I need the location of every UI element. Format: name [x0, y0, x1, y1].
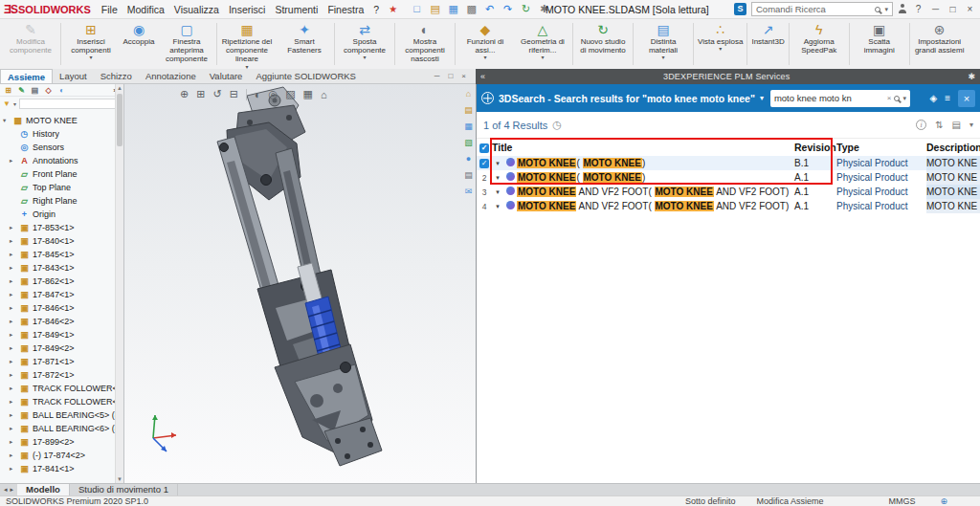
- undo-icon[interactable]: ↶: [482, 0, 497, 18]
- scroll-up-icon[interactable]: ▲: [116, 85, 123, 91]
- result-row-4[interactable]: 4▾MOTO KNEE AND VF2 FOOT( MOTO KNEE AND …: [477, 199, 980, 213]
- tree-item-track-follower-2[interactable]: ▸▣TRACK FOLLOWER<2>: [0, 395, 115, 408]
- tab-schizzo[interactable]: Schizzo: [94, 69, 139, 83]
- tree-item-17-847-1[interactable]: ▸▣17-847<1>: [0, 288, 115, 301]
- expander-icon[interactable]: ▾: [3, 117, 10, 124]
- ribbon-button-geometria-di-riferim[interactable]: △Geometria di riferim...▾: [514, 20, 571, 68]
- expander-icon[interactable]: ▸: [10, 157, 16, 165]
- chevron-down-icon[interactable]: ▾: [902, 95, 906, 102]
- info-icon[interactable]: i: [916, 120, 926, 130]
- clear-search-icon[interactable]: ×: [887, 94, 892, 102]
- display-style-icon[interactable]: ◐: [255, 89, 261, 100]
- column-header-title[interactable]: Title: [492, 142, 794, 153]
- doc-close-icon[interactable]: ×: [461, 72, 466, 80]
- menu-file[interactable]: File: [97, 4, 122, 15]
- tree-item-ball-bearing-5-8-id-x-22-od[interactable]: ▸▣BALL BEARING<5> (8 ID x 22 OD): [0, 408, 115, 422]
- expander-icon[interactable]: ▸: [10, 331, 16, 339]
- tree-item-17-874-2[interactable]: ▸▣(-) 17-874<2>: [0, 449, 115, 462]
- menu-visualizza[interactable]: Visualizza: [169, 4, 224, 15]
- tree-item-17-871-1[interactable]: ▸▣17-871<1>: [0, 355, 115, 368]
- doc-minimize-icon[interactable]: ─: [434, 72, 440, 80]
- command-search-box[interactable]: Comandi Ricerca ▾: [751, 2, 893, 16]
- print-icon[interactable]: ▩: [464, 0, 479, 18]
- hide-show-items-icon[interactable]: ◎: [269, 88, 278, 100]
- ribbon-button-nuovo-studio-di-movimento[interactable]: ↻Nuovo studio di movimento: [574, 20, 632, 68]
- chevron-down-icon[interactable]: ▾: [884, 6, 888, 13]
- expander-icon[interactable]: ▸: [10, 451, 16, 459]
- ribbon-button-ripetizione-del-componente-lineare[interactable]: ▦Ripetizione del componente lineare▾: [218, 20, 276, 68]
- result-row-2[interactable]: 2▾MOTO KNEE( MOTO KNEE)A.1Physical Produ…: [477, 170, 980, 185]
- file-explorer-icon[interactable]: ▦: [464, 121, 473, 131]
- ribbon-button-scatta-immagini[interactable]: ▣Scatta immagini: [851, 20, 908, 68]
- chevron-down-icon[interactable]: ▾: [492, 188, 503, 196]
- 3d-model-moto-knee[interactable]: [124, 84, 476, 483]
- design-library-icon[interactable]: ▤: [464, 105, 473, 115]
- expander-icon[interactable]: ▸: [10, 251, 16, 258]
- redo-icon[interactable]: ↷: [501, 0, 515, 18]
- tree-item-17-846-2[interactable]: ▸▣17-846<2>: [0, 315, 115, 328]
- tree-item-right-plane[interactable]: ▱Right Plane: [0, 194, 115, 208]
- ribbon-button-funzioni-di-assi[interactable]: ◆Funzioni di assi...▾: [457, 20, 514, 68]
- search-icon[interactable]: [894, 96, 900, 101]
- expander-icon[interactable]: ▸: [10, 304, 16, 312]
- new-document-icon[interactable]: □: [410, 0, 424, 18]
- gear-icon[interactable]: ✱: [963, 72, 980, 81]
- menu-itemhelp[interactable]: ?: [368, 4, 384, 15]
- tab-valutare[interactable]: Valutare: [203, 69, 250, 83]
- expander-icon[interactable]: ▸: [10, 277, 16, 285]
- ribbon-button-vista-esplosa[interactable]: ∴Vista esplosa▾: [695, 20, 746, 68]
- dropdown-arrow-icon[interactable]: ▾: [719, 46, 722, 53]
- solidworks-resources-icon[interactable]: ⌂: [466, 89, 471, 99]
- close-panel-button[interactable]: ×: [958, 90, 975, 107]
- displaymanager-tab-icon[interactable]: ◐: [56, 86, 67, 95]
- result-row-3[interactable]: 3▾MOTO KNEE AND VF2 FOOT( MOTO KNEE AND …: [477, 185, 980, 199]
- menu-inserisci[interactable]: Inserisci: [224, 4, 271, 15]
- result-title[interactable]: MOTO KNEE AND VF2 FOOT( MOTO KNEE AND VF…: [517, 201, 794, 211]
- view-palette-icon[interactable]: ▧: [464, 138, 473, 147]
- ribbon-button-distinta-materiali[interactable]: ▤Distinta materiali▾: [635, 20, 692, 68]
- chevron-down-icon[interactable]: ▾: [492, 174, 503, 182]
- edit-appearance-icon[interactable]: ▨: [285, 88, 295, 100]
- scrollbar-thumb[interactable]: [117, 94, 122, 146]
- tree-item-17-846-1[interactable]: ▸▣17-846<1>: [0, 301, 115, 315]
- tree-item-17-872-1[interactable]: ▸▣17-872<1>: [0, 368, 115, 382]
- model-tab-studio-di-movimento-1[interactable]: Studio di movimento 1: [70, 484, 178, 495]
- chevron-down-icon[interactable]: ▾: [969, 121, 973, 129]
- dropdown-arrow-icon[interactable]: ▾: [541, 55, 544, 61]
- save-icon[interactable]: ▦: [446, 0, 460, 18]
- search-icon[interactable]: [875, 7, 880, 12]
- tab-assieme[interactable]: Assieme: [0, 69, 53, 83]
- close-icon[interactable]: ×: [964, 4, 976, 14]
- tree-item-17-849-2[interactable]: ▸▣17-849<2>: [0, 341, 115, 355]
- select-all-checkbox[interactable]: ✓: [479, 143, 489, 153]
- custom-properties-icon[interactable]: ▤: [464, 170, 473, 180]
- apply-scene-icon[interactable]: ▦: [303, 88, 313, 100]
- tree-item-17-841-1[interactable]: ▸▣17-841<1>: [0, 462, 115, 475]
- expander-icon[interactable]: ▸: [10, 465, 16, 473]
- featuremanager-tab-icon[interactable]: ⊞: [3, 86, 13, 95]
- minimize-icon[interactable]: ─: [929, 4, 942, 14]
- column-header-type[interactable]: Type: [836, 142, 926, 153]
- scroll-down-icon[interactable]: ▼: [116, 476, 123, 482]
- rebuild-icon[interactable]: ↻: [519, 0, 533, 18]
- dropdown-arrow-icon[interactable]: ▾: [245, 64, 248, 69]
- hamburger-menu-icon[interactable]: ≡: [945, 93, 950, 103]
- menu-strumenti[interactable]: Strumenti: [270, 4, 323, 15]
- chevron-down-icon[interactable]: ▾: [492, 203, 503, 210]
- menu-finestra[interactable]: Finestra: [323, 4, 368, 15]
- forum-icon[interactable]: ✉: [465, 187, 473, 196]
- column-header-revision[interactable]: Revision: [794, 142, 836, 153]
- zoom-area-icon[interactable]: ⊞: [196, 88, 205, 100]
- ribbon-button-mostra-componenti-nascosti[interactable]: ◐Mostra componenti nascosti: [396, 20, 454, 68]
- view-orientation-icon[interactable]: ⌂: [321, 89, 327, 100]
- user-icon[interactable]: [898, 4, 907, 14]
- solidworks-web-icon[interactable]: S: [734, 3, 746, 15]
- expander-icon[interactable]: ▸: [10, 224, 16, 231]
- tree-item-17-845-1[interactable]: ▸▣17-845<1>: [0, 248, 115, 261]
- tab-layout[interactable]: Layout: [53, 69, 94, 83]
- ribbon-button-instant3d[interactable]: ↗Instant3D: [748, 20, 787, 68]
- pin-icon[interactable]: ★: [389, 4, 397, 14]
- tree-scrollbar[interactable]: ▲ ▼: [115, 84, 123, 483]
- dropdown-arrow-icon[interactable]: ▾: [89, 55, 92, 61]
- expander-icon[interactable]: ▸: [10, 411, 16, 419]
